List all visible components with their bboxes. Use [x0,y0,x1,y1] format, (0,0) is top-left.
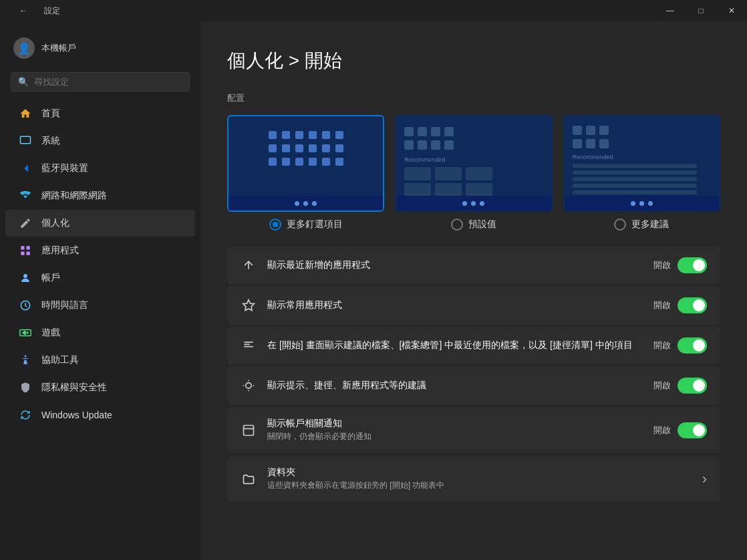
app-title: 設定 [44,5,60,17]
sidebar-item-system[interactable]: 系統 [5,128,195,154]
sidebar-item-label-personalize: 個人化 [41,217,69,229]
layout-preview-more-pins [227,115,384,212]
common-apps-text: 顯示常用應用程式 [267,299,643,311]
folders-chevron: › [702,470,707,488]
bluetooth-icon [19,162,32,175]
back-button[interactable]: ← [8,0,39,21]
sidebar-item-label-accounts: 帳戶 [41,272,60,284]
account-notifications-toggle[interactable] [678,422,707,438]
layout-preview-more-recommendations: Recommended [563,115,720,212]
account-notifications-subtitle: 關閉時，仍會顯示必要的通知 [267,431,643,442]
recent-apps-right: 開啟 [653,257,707,273]
avatar: 👤 [13,37,35,59]
recent-apps-title: 顯示最近新增的應用程式 [267,259,643,271]
recommended-files-toggle-label: 開啟 [653,339,671,352]
suggestions-text: 顯示提示、捷徑、新應用程式等的建議 [267,380,643,392]
svg-rect-0 [21,136,31,144]
suggestions-toggle[interactable] [678,378,707,394]
suggestions-toggle-label: 開啟 [653,380,671,392]
layout-preview-default: Recommended [395,115,552,212]
accessibility-icon [19,354,32,367]
gaming-icon [19,326,32,339]
settings-section: 顯示最近新增的應用程式開啟顯示常用應用程式開啟在 [開始] 畫面顯示建議的檔案、… [227,247,720,502]
radio-option-default[interactable]: 預設值 [451,219,496,231]
common-apps-toggle[interactable] [678,297,707,313]
suggestions-icon [241,378,257,394]
section-label: 配置 [227,92,720,104]
suggestions-right: 開啟 [653,378,707,394]
common-apps-toggle-label: 開啟 [653,299,671,311]
page-title: 個人化 > 開始 [227,48,720,74]
window-controls: — □ ✕ [655,0,747,21]
sidebar-item-network[interactable]: 網路和網際網路 [5,182,195,209]
recommended-files-toggle[interactable] [678,337,707,354]
common-apps-title: 顯示常用應用程式 [267,299,643,311]
sidebar-item-label-system: 系統 [41,135,60,147]
network-icon [19,189,32,202]
sidebar-item-apps[interactable]: 應用程式 [5,237,195,264]
layout-label-more-recommendations: 更多建議 [631,219,669,231]
sidebar-item-label-home: 首頁 [41,108,60,120]
account-notifications-toggle-label: 開啟 [653,424,671,436]
account-notifications-right: 開啟 [653,422,707,438]
sidebar-item-accessibility[interactable]: 協助工具 [5,347,195,374]
recommended-files-icon [241,337,257,354]
account-notifications-text: 顯示帳戶相關通知關閉時，仍會顯示必要的通知 [267,418,643,442]
search-icon: 🔍 [18,77,29,87]
sidebar-item-privacy[interactable]: 隱私權與安全性 [5,374,195,401]
maximize-button[interactable]: □ [686,0,716,21]
personalize-icon [19,217,32,230]
sidebar-item-label-accessibility: 協助工具 [41,354,79,366]
folders-subtitle: 這些資料夾會顯示在電源按鈕旁的 [開始] 功能表中 [267,480,692,491]
svg-rect-12 [244,425,254,435]
layout-label-default: 預設值 [468,219,496,231]
sidebar-item-label-update: Windows Update [41,410,112,420]
sidebar: 👤 本機帳戶 🔍 首頁系統藍牙與裝置網路和網際網路個人化應用程式帳戶時間與語言遊… [0,21,200,560]
layout-option-more-recommendations[interactable]: Recommended 更多建議 [563,115,720,231]
recent-apps-toggle-label: 開啟 [653,259,671,271]
setting-row-recent-apps: 顯示最近新增的應用程式開啟 [227,247,720,284]
titlebar: ← 設定 — □ ✕ [0,0,747,21]
sidebar-item-accounts[interactable]: 帳戶 [5,265,195,291]
folders-right: › [702,470,707,488]
account-notifications-icon [241,422,257,438]
radio-option-more-pins[interactable]: 更多釘選項目 [269,219,343,231]
update-icon [19,408,32,422]
minimize-button[interactable]: — [655,0,686,21]
layout-options: 更多釘選項目 Recommended 預設值 [227,115,720,231]
svg-point-5 [23,274,27,278]
setting-row-common-apps: 顯示常用應用程式開啟 [227,287,720,324]
search-input[interactable] [34,77,182,87]
common-apps-icon [241,297,257,313]
recent-apps-icon [241,257,257,273]
svg-rect-2 [27,246,30,249]
sidebar-item-time[interactable]: 時間與語言 [5,292,195,319]
recommended-files-toggle-knob [693,339,705,352]
suggestions-toggle-knob [693,380,705,392]
sidebar-item-bluetooth[interactable]: 藍牙與裝置 [5,155,195,182]
svg-rect-1 [21,246,24,249]
sidebar-item-update[interactable]: Windows Update [5,402,195,428]
layout-option-default[interactable]: Recommended 預設值 [395,115,552,231]
titlebar-left: ← 設定 [8,0,60,21]
sidebar-item-personalize[interactable]: 個人化 [5,210,195,237]
layout-option-more-pins[interactable]: 更多釘選項目 [227,115,384,231]
radio-option-more-recommendations[interactable]: 更多建議 [614,219,669,231]
apps-icon [19,244,32,257]
recent-apps-text: 顯示最近新增的應用程式 [267,259,643,271]
search-box[interactable]: 🔍 [11,72,190,92]
recent-apps-toggle[interactable] [678,257,707,273]
sidebar-item-label-time: 時間與語言 [41,299,88,311]
svg-point-11 [246,383,251,388]
radio-circle-more-recommendations [614,219,626,231]
sidebar-item-label-gaming: 遊戲 [41,327,60,339]
sidebar-item-home[interactable]: 首頁 [5,100,195,127]
close-button[interactable]: ✕ [716,0,747,21]
radio-circle-more-pins [269,219,281,231]
common-apps-toggle-knob [693,299,705,311]
layout-label-more-pins: 更多釘選項目 [287,219,343,231]
recent-apps-toggle-knob [693,259,705,271]
sidebar-item-gaming[interactable]: 遊戲 [5,319,195,346]
svg-rect-4 [27,252,30,255]
recommended-files-title: 在 [開始] 畫面顯示建議的檔案、[檔案總管] 中最近使用的檔案，以及 [捷徑清… [267,339,643,352]
